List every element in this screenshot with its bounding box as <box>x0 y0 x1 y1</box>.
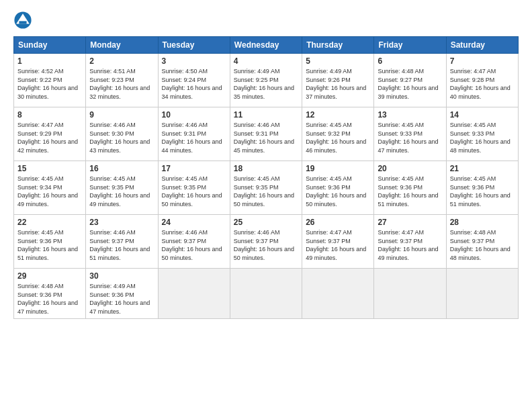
calendar-cell: 27 Sunrise: 4:47 AMSunset: 9:37 PMDaylig… <box>374 215 446 269</box>
calendar-weekday-monday: Monday <box>86 37 158 54</box>
calendar-cell: 26 Sunrise: 4:47 AMSunset: 9:37 PMDaylig… <box>302 215 374 269</box>
calendar-cell: 11 Sunrise: 4:46 AMSunset: 9:31 PMDaylig… <box>230 107 302 161</box>
calendar-cell <box>302 269 374 319</box>
day-number: 12 <box>306 110 370 120</box>
day-number: 9 <box>89 110 154 120</box>
calendar-cell: 7 Sunrise: 4:47 AMSunset: 9:28 PMDayligh… <box>446 54 518 107</box>
day-number: 30 <box>89 271 154 281</box>
day-number: 15 <box>17 164 82 173</box>
calendar-cell: 24 Sunrise: 4:46 AMSunset: 9:37 PMDaylig… <box>158 215 230 269</box>
day-number: 18 <box>234 164 298 173</box>
day-number: 1 <box>17 56 82 66</box>
calendar-cell: 15 Sunrise: 4:45 AMSunset: 9:34 PMDaylig… <box>14 161 86 215</box>
day-number: 8 <box>17 110 82 120</box>
day-info: Sunrise: 4:52 AMSunset: 9:22 PMDaylight:… <box>17 67 82 101</box>
calendar-cell: 14 Sunrise: 4:45 AMSunset: 9:33 PMDaylig… <box>446 107 518 161</box>
day-info: Sunrise: 4:46 AMSunset: 9:37 PMDaylight:… <box>234 228 298 262</box>
calendar-cell: 5 Sunrise: 4:49 AMSunset: 9:26 PMDayligh… <box>302 54 374 107</box>
day-info: Sunrise: 4:45 AMSunset: 9:36 PMDaylight:… <box>17 228 82 262</box>
calendar-weekday-friday: Friday <box>374 37 446 54</box>
day-number: 21 <box>450 164 515 173</box>
day-info: Sunrise: 4:47 AMSunset: 9:29 PMDaylight:… <box>17 121 82 154</box>
day-info: Sunrise: 4:47 AMSunset: 9:28 PMDaylight:… <box>450 67 515 101</box>
day-number: 26 <box>306 218 370 227</box>
calendar-weekday-thursday: Thursday <box>302 37 374 54</box>
day-info: Sunrise: 4:48 AMSunset: 9:27 PMDaylight:… <box>378 67 442 101</box>
day-info: Sunrise: 4:49 AMSunset: 9:26 PMDaylight:… <box>306 67 370 101</box>
calendar-cell <box>446 269 518 319</box>
day-info: Sunrise: 4:45 AMSunset: 9:36 PMDaylight:… <box>306 175 370 208</box>
day-number: 14 <box>450 110 515 120</box>
day-info: Sunrise: 4:45 AMSunset: 9:35 PMDaylight:… <box>162 175 226 208</box>
calendar-cell: 6 Sunrise: 4:48 AMSunset: 9:27 PMDayligh… <box>374 54 446 107</box>
calendar-row-2: 8 Sunrise: 4:47 AMSunset: 9:29 PMDayligh… <box>14 107 519 161</box>
day-info: Sunrise: 4:45 AMSunset: 9:36 PMDaylight:… <box>450 175 515 208</box>
day-info: Sunrise: 4:46 AMSunset: 9:37 PMDaylight:… <box>89 228 154 262</box>
calendar-cell: 18 Sunrise: 4:45 AMSunset: 9:35 PMDaylig… <box>230 161 302 215</box>
day-info: Sunrise: 4:45 AMSunset: 9:32 PMDaylight:… <box>306 121 370 154</box>
day-number: 27 <box>378 218 442 227</box>
calendar-row-1: 1 Sunrise: 4:52 AMSunset: 9:22 PMDayligh… <box>14 54 519 107</box>
day-info: Sunrise: 4:45 AMSunset: 9:34 PMDaylight:… <box>17 175 82 208</box>
calendar-header-row: SundayMondayTuesdayWednesdayThursdayFrid… <box>14 37 519 54</box>
calendar-row-4: 22 Sunrise: 4:45 AMSunset: 9:36 PMDaylig… <box>14 215 519 269</box>
calendar-cell: 1 Sunrise: 4:52 AMSunset: 9:22 PMDayligh… <box>14 54 86 107</box>
calendar-table: SundayMondayTuesdayWednesdayThursdayFrid… <box>13 36 519 319</box>
day-info: Sunrise: 4:47 AMSunset: 9:37 PMDaylight:… <box>306 228 370 262</box>
calendar-cell: 9 Sunrise: 4:46 AMSunset: 9:30 PMDayligh… <box>86 107 158 161</box>
day-info: Sunrise: 4:46 AMSunset: 9:31 PMDaylight:… <box>234 121 298 154</box>
page: SundayMondayTuesdayWednesdayThursdayFrid… <box>0 0 532 326</box>
calendar-weekday-wednesday: Wednesday <box>230 37 302 54</box>
calendar-cell: 21 Sunrise: 4:45 AMSunset: 9:36 PMDaylig… <box>446 161 518 215</box>
day-info: Sunrise: 4:45 AMSunset: 9:33 PMDaylight:… <box>450 121 515 154</box>
day-number: 10 <box>162 110 226 120</box>
day-number: 3 <box>162 56 226 66</box>
calendar-cell: 10 Sunrise: 4:46 AMSunset: 9:31 PMDaylig… <box>158 107 230 161</box>
day-info: Sunrise: 4:46 AMSunset: 9:31 PMDaylight:… <box>162 121 226 154</box>
day-number: 17 <box>162 164 226 173</box>
day-number: 20 <box>378 164 442 173</box>
calendar-cell <box>374 269 446 319</box>
calendar-weekday-saturday: Saturday <box>446 37 518 54</box>
day-number: 5 <box>306 56 370 66</box>
calendar-cell: 12 Sunrise: 4:45 AMSunset: 9:32 PMDaylig… <box>302 107 374 161</box>
calendar-cell: 3 Sunrise: 4:50 AMSunset: 9:24 PMDayligh… <box>158 54 230 107</box>
calendar-cell: 13 Sunrise: 4:45 AMSunset: 9:33 PMDaylig… <box>374 107 446 161</box>
calendar-cell: 2 Sunrise: 4:51 AMSunset: 9:23 PMDayligh… <box>86 54 158 107</box>
day-info: Sunrise: 4:51 AMSunset: 9:23 PMDaylight:… <box>89 67 154 101</box>
day-number: 22 <box>17 218 82 227</box>
calendar-cell: 29 Sunrise: 4:48 AMSunset: 9:36 PMDaylig… <box>14 269 86 319</box>
calendar-cell: 17 Sunrise: 4:45 AMSunset: 9:35 PMDaylig… <box>158 161 230 215</box>
logo-icon <box>13 11 32 30</box>
calendar-cell: 22 Sunrise: 4:45 AMSunset: 9:36 PMDaylig… <box>14 215 86 269</box>
day-info: Sunrise: 4:45 AMSunset: 9:35 PMDaylight:… <box>89 175 154 208</box>
day-number: 28 <box>450 218 515 227</box>
day-number: 6 <box>378 56 442 66</box>
day-number: 2 <box>89 56 154 66</box>
day-number: 16 <box>89 164 154 173</box>
day-info: Sunrise: 4:46 AMSunset: 9:37 PMDaylight:… <box>162 228 226 262</box>
day-info: Sunrise: 4:49 AMSunset: 9:36 PMDaylight:… <box>89 282 154 316</box>
day-info: Sunrise: 4:49 AMSunset: 9:25 PMDaylight:… <box>234 67 298 101</box>
day-number: 7 <box>450 56 515 66</box>
day-number: 24 <box>162 218 226 227</box>
calendar-cell: 4 Sunrise: 4:49 AMSunset: 9:25 PMDayligh… <box>230 54 302 107</box>
logo <box>13 11 35 30</box>
calendar-cell: 30 Sunrise: 4:49 AMSunset: 9:36 PMDaylig… <box>86 269 158 319</box>
calendar-cell: 23 Sunrise: 4:46 AMSunset: 9:37 PMDaylig… <box>86 215 158 269</box>
day-number: 13 <box>378 110 442 120</box>
day-info: Sunrise: 4:46 AMSunset: 9:30 PMDaylight:… <box>89 121 154 154</box>
calendar-cell: 28 Sunrise: 4:48 AMSunset: 9:37 PMDaylig… <box>446 215 518 269</box>
day-number: 19 <box>306 164 370 173</box>
day-info: Sunrise: 4:50 AMSunset: 9:24 PMDaylight:… <box>162 67 226 101</box>
calendar-cell: 25 Sunrise: 4:46 AMSunset: 9:37 PMDaylig… <box>230 215 302 269</box>
day-number: 11 <box>234 110 298 120</box>
day-number: 4 <box>234 56 298 66</box>
day-info: Sunrise: 4:45 AMSunset: 9:35 PMDaylight:… <box>234 175 298 208</box>
calendar-cell: 19 Sunrise: 4:45 AMSunset: 9:36 PMDaylig… <box>302 161 374 215</box>
calendar-cell: 8 Sunrise: 4:47 AMSunset: 9:29 PMDayligh… <box>14 107 86 161</box>
day-info: Sunrise: 4:48 AMSunset: 9:37 PMDaylight:… <box>450 228 515 262</box>
day-number: 29 <box>17 271 82 281</box>
calendar-row-3: 15 Sunrise: 4:45 AMSunset: 9:34 PMDaylig… <box>14 161 519 215</box>
day-info: Sunrise: 4:48 AMSunset: 9:36 PMDaylight:… <box>17 282 82 316</box>
